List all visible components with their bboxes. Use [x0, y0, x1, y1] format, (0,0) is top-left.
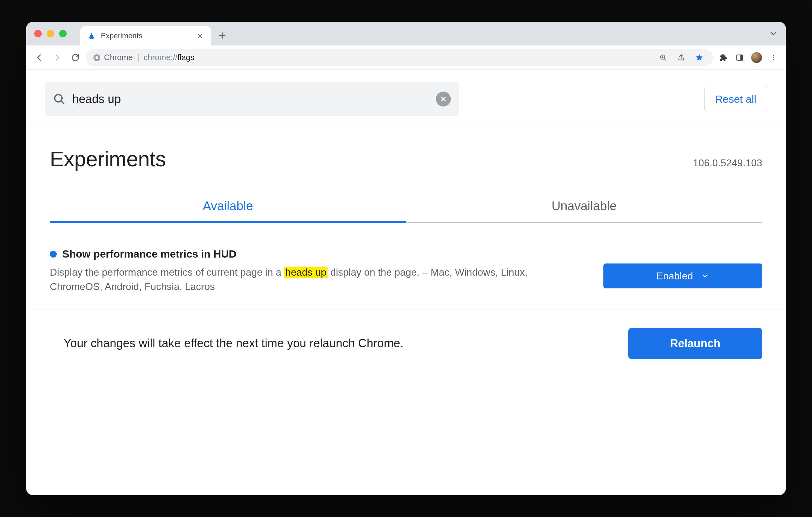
svg-point-7 [773, 59, 774, 60]
side-panel-icon[interactable] [733, 51, 747, 64]
browser-window: Experiments [26, 22, 786, 495]
tab-strip: Experiments [80, 22, 782, 46]
relaunch-button[interactable]: Relaunch [628, 328, 762, 359]
headline-row: Experiments 106.0.5249.103 [26, 125, 786, 177]
profile-avatar[interactable] [750, 51, 763, 64]
flags-search-input[interactable] [72, 92, 429, 106]
forward-button[interactable] [50, 50, 65, 65]
address-bar[interactable]: Chrome | chrome://flags [86, 49, 713, 66]
window-close-button[interactable] [34, 30, 42, 37]
back-button[interactable] [32, 50, 47, 65]
bookmark-star-icon[interactable] [692, 51, 706, 64]
reload-button[interactable] [68, 50, 83, 65]
tab-overflow-button[interactable] [769, 29, 778, 38]
changed-indicator-icon [50, 251, 57, 258]
zoom-indicator-icon[interactable] [656, 51, 670, 64]
search-row: Reset all [26, 70, 786, 125]
clear-search-button[interactable] [436, 92, 451, 107]
tab-unavailable[interactable]: Unavailable [406, 199, 762, 223]
flag-state-select[interactable]: Enabled [603, 263, 762, 288]
extensions-icon[interactable] [716, 51, 730, 64]
chrome-icon [93, 54, 101, 62]
kebab-menu-icon[interactable] [766, 51, 780, 64]
tab-close-button[interactable] [196, 31, 204, 40]
page-content: Reset all Experiments 106.0.5249.103 Ava… [26, 70, 786, 495]
svg-point-6 [773, 57, 774, 58]
new-tab-button[interactable] [215, 28, 230, 43]
omnibox-separator: | [137, 53, 139, 62]
titlebar: Experiments [26, 22, 786, 46]
svg-point-5 [773, 55, 774, 56]
window-zoom-button[interactable] [59, 30, 67, 37]
site-chip-label: Chrome [104, 53, 133, 62]
search-highlight: heads up [284, 267, 327, 278]
svg-rect-4 [741, 55, 743, 60]
reset-all-button[interactable]: Reset all [704, 86, 767, 112]
category-tabs: Available Unavailable [50, 199, 762, 223]
version-label: 106.0.5249.103 [693, 157, 762, 169]
omnibox-url: chrome://flags [144, 53, 194, 62]
flask-icon [87, 31, 96, 40]
relaunch-bar: Your changes will take effect the next t… [26, 310, 786, 379]
flag-item: Show performance metrics in HUD Display … [50, 248, 762, 307]
flag-description: Display the performance metrics of curre… [50, 265, 535, 294]
window-minimize-button[interactable] [47, 30, 54, 37]
svg-point-1 [95, 56, 98, 59]
tab-title: Experiments [101, 31, 191, 40]
relaunch-message: Your changes will take effect the next t… [63, 337, 404, 350]
flags-search-box[interactable] [45, 82, 459, 116]
page-title: Experiments [50, 147, 166, 171]
flag-title: Show performance metrics in HUD [62, 248, 236, 260]
tab-available[interactable]: Available [50, 199, 406, 223]
search-icon [53, 93, 65, 105]
share-icon[interactable] [674, 51, 688, 64]
site-chip[interactable]: Chrome [93, 53, 133, 62]
chevron-down-icon [701, 272, 709, 280]
browser-tab[interactable]: Experiments [80, 26, 211, 46]
flag-state-label: Enabled [656, 270, 693, 282]
window-controls [34, 30, 67, 37]
toolbar: Chrome | chrome://flags [26, 46, 786, 70]
